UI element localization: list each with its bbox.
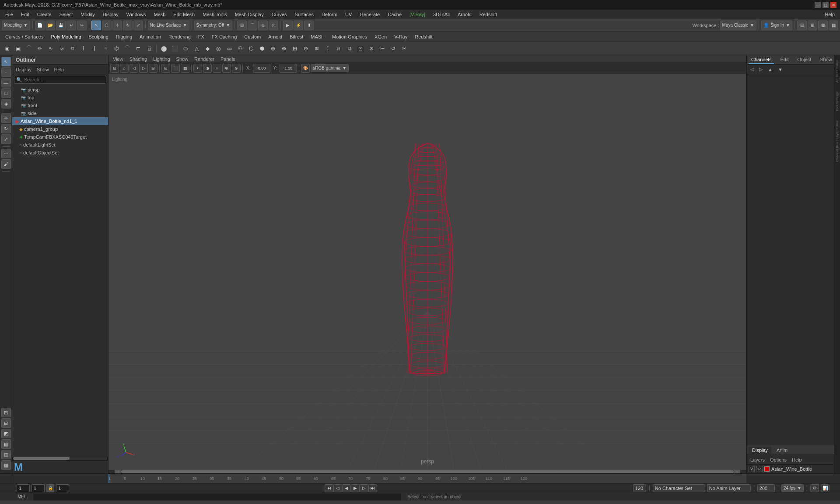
no-character-set-field[interactable]: No Character Set: [653, 484, 705, 492]
vp-menu-show[interactable]: Show: [174, 56, 191, 62]
outliner-item-bottle[interactable]: ▶ Asian_Wine_Bottle_nd1_1: [12, 117, 108, 125]
close-button[interactable]: ✕: [830, 2, 836, 8]
move-tool-button[interactable]: ✛: [112, 21, 122, 30]
shelf-tab-fx-caching[interactable]: FX Caching: [208, 33, 240, 40]
vp-isolate-button[interactable]: ⊗: [232, 64, 241, 73]
outliner-hscroll[interactable]: [12, 457, 108, 460]
shelf-icon-curve1[interactable]: ∿: [46, 43, 56, 54]
redo-button[interactable]: ↪: [77, 21, 87, 30]
menu-windows[interactable]: Windows: [123, 11, 150, 18]
shelf-icon-cube[interactable]: ⬛: [169, 43, 180, 54]
shelf-icon-curve8[interactable]: ⌒: [122, 43, 133, 54]
vp-menu-shading[interactable]: Shading: [127, 56, 150, 62]
shelf-tab-motion-graphics[interactable]: Motion Graphics: [329, 33, 371, 40]
menu-3dtoall[interactable]: 3DToAll: [430, 11, 453, 18]
vp-smooth-button[interactable]: ⬛: [171, 64, 180, 73]
vp-textured-button[interactable]: ▦: [181, 64, 189, 73]
shelf-icon-loop[interactable]: ↺: [388, 43, 399, 54]
outliner-search-input[interactable]: [24, 77, 104, 82]
shelf-tab-redshift[interactable]: Redshift: [411, 33, 436, 40]
snap-grid-button[interactable]: ⊞: [237, 21, 247, 30]
vp-shadow-button[interactable]: ◑: [203, 64, 212, 73]
shelf-icon-plane[interactable]: ▭: [224, 43, 234, 54]
shelf-tab-arnold[interactable]: Arnold: [265, 33, 286, 40]
render-button[interactable]: ▶: [283, 21, 293, 30]
shelf-icon-circle[interactable]: ◉: [2, 43, 12, 54]
shelf-icon-fill[interactable]: ⊡: [355, 43, 366, 54]
vp-menu-view[interactable]: View: [110, 56, 126, 62]
outliner-item-front[interactable]: 📷 front: [12, 102, 108, 109]
shelf-icon-curve3[interactable]: ⌑: [67, 43, 78, 54]
rotate-tool-button[interactable]: ↻: [123, 21, 133, 30]
display-settings-button[interactable]: ◩: [1, 429, 11, 438]
snap-curve-button[interactable]: ⌒: [248, 21, 257, 30]
vp-scroll-right[interactable]: ▷: [734, 470, 740, 473]
outliner-help-menu[interactable]: Help: [52, 66, 66, 73]
shelf-icon-bridge[interactable]: ⧉: [344, 43, 355, 54]
menu-cache[interactable]: Cache: [384, 11, 405, 18]
layer-options-menu[interactable]: Options: [768, 456, 788, 463]
snap-settings-button[interactable]: ⊞: [1, 408, 11, 417]
vp-y-value[interactable]: 1.00: [280, 64, 297, 73]
no-live-surface-dropdown[interactable]: No Live Surface ▼: [148, 21, 189, 30]
channel-box-arrow-down[interactable]: ▼: [776, 66, 784, 73]
snap-surface-button[interactable]: ◎: [269, 21, 278, 30]
shelf-icon-smooth[interactable]: ≋: [312, 43, 322, 54]
layout-button-4[interactable]: ▦: [829, 21, 838, 30]
menu-mesh[interactable]: Mesh: [150, 11, 169, 18]
shelf-icon-curve6[interactable]: ⍨: [100, 43, 111, 54]
shelf-icon-bevel[interactable]: ⧄: [333, 43, 344, 54]
shelf-icon-separate[interactable]: ⊗: [279, 43, 289, 54]
vp-scroll-left[interactable]: ◁: [115, 470, 121, 473]
select-mode-button[interactable]: ↖: [1, 57, 11, 66]
shelf-icon-curve5[interactable]: ⌈: [89, 43, 100, 54]
vp-home-button[interactable]: ⌂: [120, 64, 129, 73]
status-icon-2[interactable]: 📊: [821, 484, 830, 492]
shelf-icon-boolean[interactable]: ⊖: [301, 43, 311, 54]
shelf-tab-sculpting[interactable]: Sculpting: [85, 33, 112, 40]
vp-colorspace-button[interactable]: 🎨: [301, 64, 310, 73]
maximize-button[interactable]: □: [822, 2, 829, 8]
vertex-mode-button[interactable]: ·: [1, 67, 11, 77]
snap-point-button[interactable]: ⊕: [258, 21, 268, 30]
shelf-tab-vray[interactable]: V-Ray: [391, 33, 411, 40]
ipr-render-button[interactable]: ⚡: [294, 21, 303, 30]
go-to-start-button[interactable]: ⏮: [325, 484, 333, 492]
vp-menu-panels[interactable]: Panels: [218, 56, 238, 62]
rotate-button[interactable]: ↻: [1, 124, 11, 133]
channel-box-tab-show[interactable]: Show: [817, 56, 835, 64]
channel-box-tab-object[interactable]: Object: [794, 56, 814, 64]
frame-3-input[interactable]: [56, 484, 69, 492]
vp-camera-persp[interactable]: ⊡: [110, 64, 119, 73]
go-to-end-button[interactable]: ⏭: [368, 484, 377, 492]
menu-curves[interactable]: Curves: [268, 11, 290, 18]
outliner-scroll-thumb[interactable]: [13, 457, 70, 460]
open-scene-button[interactable]: 📂: [46, 21, 55, 30]
play-back-button[interactable]: ◀: [342, 484, 351, 492]
shelf-tab-fx[interactable]: FX: [195, 33, 208, 40]
vp-scroll-thumb[interactable]: [121, 470, 734, 473]
menu-mesh-tools[interactable]: Mesh Tools: [199, 11, 230, 18]
new-scene-button[interactable]: 📄: [35, 21, 45, 30]
anim-tab[interactable]: Anim: [773, 447, 791, 454]
vp-xray-button[interactable]: ⊕: [222, 64, 231, 73]
outliner-item-camera-group[interactable]: ◆ camera1_group: [12, 125, 108, 133]
minimize-button[interactable]: ─: [815, 2, 821, 8]
shelf-icon-curve2[interactable]: ⌀: [56, 43, 67, 54]
menu-edit-mesh[interactable]: Edit Mesh: [170, 11, 198, 18]
shelf-tab-rigging[interactable]: Rigging: [112, 33, 136, 40]
menu-help[interactable]: Help: [821, 11, 838, 18]
menu-surfaces[interactable]: Surfaces: [291, 11, 317, 18]
vp-wireframe-button[interactable]: ⊟: [161, 64, 170, 73]
quick-layout-1[interactable]: ▤: [1, 439, 11, 449]
tool-settings-tab-label[interactable]: Tool Settings: [835, 87, 839, 116]
quick-layout-3[interactable]: ▦: [1, 460, 11, 470]
workspace-dropdown[interactable]: Maya Classic ▼: [720, 21, 756, 30]
outliner-item-side[interactable]: 📷 side: [12, 109, 108, 117]
quick-layout-2[interactable]: ▥: [1, 450, 11, 459]
save-scene-button[interactable]: 💾: [56, 21, 66, 30]
undo-button[interactable]: ↩: [66, 21, 76, 30]
lasso-select-button[interactable]: ⬡: [102, 21, 112, 30]
shelf-icon-cylinder[interactable]: ⬭: [180, 43, 191, 54]
attr-editor-tab-label[interactable]: Attribute Editor: [835, 55, 839, 87]
